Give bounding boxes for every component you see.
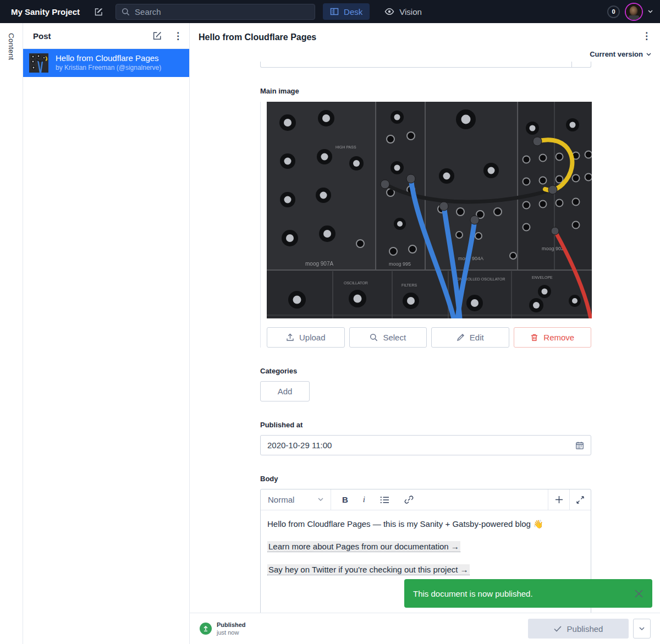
tool-sidebar: Content (0, 23, 23, 644)
published-at-label: Published at (260, 421, 591, 429)
body-label: Body (260, 475, 591, 483)
list-pane-header: Post ⋮ (23, 23, 189, 49)
list-item[interactable]: Hello from Cloudflare Pages by Kristian … (23, 49, 189, 77)
main-image-preview[interactable]: moog 907A moog 995 moog 904A moog 902 OS… (267, 102, 592, 318)
body-paragraph[interactable]: Hello from Cloudflare Pages — this is my… (267, 519, 584, 530)
content-tool-label[interactable]: Content (7, 33, 15, 60)
chevron-down-icon[interactable] (648, 10, 653, 13)
close-icon[interactable] (634, 589, 644, 598)
navbar-right: 0 (607, 4, 653, 20)
columns-icon (330, 7, 339, 16)
publish-icon (200, 623, 212, 635)
menu-dots-icon: ⋮ (642, 31, 651, 41)
list-pane-title: Post (33, 31, 51, 41)
italic-button[interactable]: i (363, 495, 365, 504)
main-image-label: Main image (260, 87, 591, 95)
tab-desk[interactable]: Desk (323, 3, 370, 20)
body-paragraph: Learn more about Pages from our document… (267, 541, 584, 552)
chevron-down-icon (639, 627, 645, 631)
block-style-select[interactable]: Normal (261, 489, 331, 510)
clipped-field-input[interactable] (260, 62, 591, 68)
chevron-down-icon (646, 53, 651, 56)
edit-label: Edit (470, 333, 484, 342)
chevron-down-icon (318, 498, 323, 502)
image-actions: Upload Select (267, 327, 591, 348)
publish-menu-button[interactable] (633, 619, 651, 639)
select-button[interactable]: Select (349, 327, 427, 348)
document-list-pane: Post ⋮ (23, 23, 190, 644)
publish-toast: This document is now published. (404, 579, 652, 608)
trash-icon (530, 333, 538, 342)
body-paragraph: Say hey on Twitter if you're checking ou… (267, 564, 584, 575)
editor-toolbar: Normal B i (261, 489, 591, 510)
expand-icon (576, 496, 584, 504)
bulleted-list-button[interactable] (380, 496, 389, 504)
document-footer: Published just now Published (190, 613, 660, 644)
svg-text:HIGH PASS: HIGH PASS (336, 145, 356, 149)
fullscreen-button[interactable] (569, 489, 591, 510)
tab-desk-label: Desk (344, 7, 362, 16)
svg-text:moog 907A: moog 907A (305, 261, 333, 267)
avatar[interactable] (626, 4, 642, 20)
publish-status-label: Published (217, 621, 246, 629)
document-header: Hello from Cloudflare Pages ⋮ Current ve… (190, 23, 660, 62)
svg-text:FILTERS: FILTERS (402, 283, 417, 287)
document-menu-button[interactable]: ⋮ (642, 31, 651, 41)
body-link[interactable]: Learn more about Pages from our document… (267, 541, 460, 552)
search-icon (122, 8, 130, 16)
tab-vision[interactable]: Vision (377, 3, 429, 20)
link-button[interactable] (404, 495, 414, 504)
upload-button[interactable]: Upload (267, 327, 345, 348)
upload-label: Upload (299, 333, 326, 342)
toast-message: This document is now published. (413, 589, 533, 598)
publish-status-text: Published just now (217, 621, 246, 637)
body-link[interactable]: Say hey on Twitter if you're checking ou… (267, 564, 470, 575)
list-item-subtitle: by Kristian Freeman (@signalnerve) (56, 64, 161, 73)
list-item-thumbnail (29, 53, 48, 73)
published-at-value: 2020-10-29 11:00 (267, 441, 332, 450)
compose-icon (94, 7, 103, 16)
publish-button-label: Published (567, 624, 603, 634)
compose-icon (152, 31, 162, 41)
list-menu-button[interactable]: ⋮ (173, 31, 183, 41)
add-category-button[interactable]: Add (260, 381, 310, 401)
remove-label: Remove (543, 333, 574, 342)
notifications-badge[interactable]: 0 (607, 5, 620, 18)
categories-label: Categories (260, 367, 591, 375)
toolbar-spacer (414, 489, 548, 510)
project-title: My Sanity Project (11, 7, 80, 16)
add-label: Add (278, 387, 293, 396)
upload-icon (286, 333, 294, 342)
top-navbar: My Sanity Project (0, 0, 660, 23)
eye-icon (384, 8, 394, 15)
remove-button[interactable]: Remove (514, 327, 592, 348)
select-label: Select (383, 333, 406, 342)
insert-block-button[interactable] (548, 489, 569, 510)
list-item-text: Hello from Cloudflare Pages by Kristian … (56, 53, 161, 72)
search-field[interactable] (135, 7, 309, 16)
version-label: Current version (590, 50, 643, 58)
publish-button[interactable]: Published (528, 619, 629, 639)
published-at-input[interactable]: 2020-10-29 11:00 (260, 435, 591, 455)
bold-button[interactable]: B (342, 495, 348, 504)
plus-icon (555, 496, 563, 504)
search-icon (370, 333, 378, 342)
edit-button[interactable]: Edit (431, 327, 509, 348)
pencil-icon (457, 333, 465, 342)
format-buttons: B i (331, 489, 414, 510)
new-document-button[interactable] (94, 7, 103, 16)
svg-text:OSCILLATOR: OSCILLATOR (344, 281, 368, 285)
create-post-button[interactable] (152, 31, 162, 41)
list-item-title: Hello from Cloudflare Pages (56, 53, 161, 64)
search-input[interactable] (116, 4, 315, 20)
document-editor-pane: Hello from Cloudflare Pages ⋮ Current ve… (190, 23, 660, 644)
calendar-icon[interactable] (575, 441, 584, 450)
version-selector[interactable]: Current version (590, 50, 651, 58)
svg-text:moog 995: moog 995 (389, 261, 411, 267)
menu-dots-icon: ⋮ (173, 31, 183, 41)
svg-text:ENVELOPE: ENVELOPE (532, 276, 553, 279)
footer-actions: Published (528, 619, 651, 639)
publish-status: Published just now (200, 621, 246, 637)
check-icon (554, 626, 562, 632)
tab-vision-label: Vision (399, 7, 422, 16)
